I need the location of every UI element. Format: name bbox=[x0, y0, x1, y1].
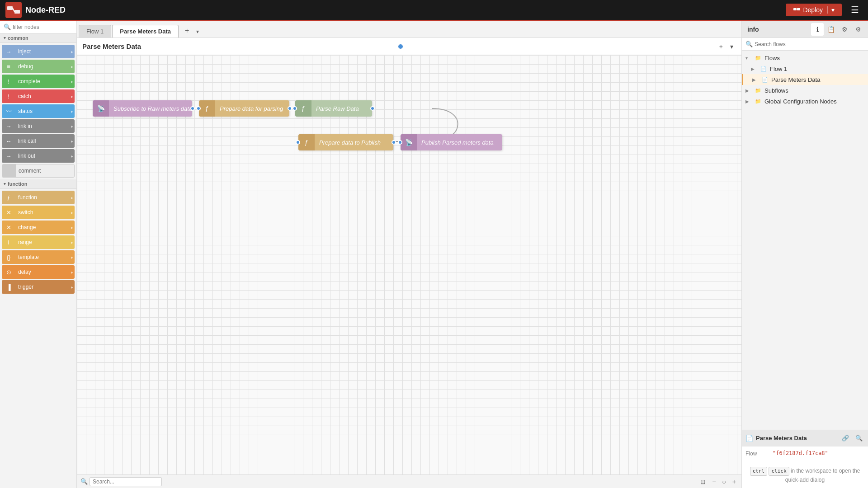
category-common[interactable]: ▾ common bbox=[0, 33, 76, 43]
fit-view-button[interactable]: ⊡ bbox=[698, 477, 708, 486]
deploy-chevron[interactable]: ▾ bbox=[827, 6, 835, 14]
subscribe-port-out[interactable] bbox=[190, 106, 195, 111]
deploy-button[interactable]: Deploy ▾ bbox=[786, 4, 842, 16]
parse-meters-caret-icon: ▶ bbox=[752, 77, 759, 82]
tab-info-icon[interactable]: ℹ bbox=[811, 23, 824, 36]
caret-function-icon: ▾ bbox=[4, 182, 6, 186]
node-function[interactable]: ƒ function ▸ bbox=[2, 191, 75, 204]
menu-button[interactable]: ☰ bbox=[847, 3, 863, 17]
node-change[interactable]: ✕ change ▸ bbox=[2, 221, 75, 234]
publish-port-in[interactable] bbox=[398, 140, 402, 145]
node-prepare1[interactable]: ƒ Prepare data for parsing bbox=[199, 100, 289, 117]
zoom-reset-button[interactable]: ○ bbox=[720, 477, 727, 486]
parse-raw-port-in[interactable] bbox=[292, 106, 297, 111]
tree-global-config[interactable]: ▶ 📁 Global Configuration Nodes bbox=[742, 96, 868, 107]
hint-ctrl: ctrl bbox=[750, 467, 768, 476]
common-nodes-list: → inject ▸ ≡ debug ▸ ! complete ▸ ! catc… bbox=[0, 43, 76, 179]
svg-rect-4 bbox=[793, 8, 797, 10]
hint-click: click bbox=[769, 467, 789, 476]
info-panel-search-button[interactable]: 🔍 bbox=[854, 434, 864, 442]
prepare1-port-out[interactable] bbox=[288, 106, 292, 111]
global-config-icon: 📁 bbox=[754, 98, 763, 105]
prepare1-icon: ƒ bbox=[199, 100, 215, 117]
node-prepare2[interactable]: ƒ Prepare data to Publish bbox=[298, 134, 393, 150]
tree-subflows[interactable]: ▶ 📁 Subflows bbox=[742, 85, 868, 96]
canvas-header: Parse Meters Data + ▾ bbox=[77, 38, 741, 55]
node-status[interactable]: 〰 status ▸ bbox=[2, 104, 75, 118]
delay-port: ▸ bbox=[69, 265, 75, 279]
parse-raw-port-out[interactable] bbox=[370, 106, 375, 111]
delay-icon: ⊙ bbox=[2, 265, 15, 279]
info-panel-flow-icon: 📄 bbox=[745, 435, 753, 442]
node-complete[interactable]: ! complete ▸ bbox=[2, 75, 75, 88]
function-icon: ƒ bbox=[2, 191, 15, 204]
node-linkout[interactable]: → link out ▸ bbox=[2, 149, 75, 163]
linkout-label: link out bbox=[15, 153, 69, 159]
filter-nodes-input[interactable] bbox=[13, 24, 77, 30]
node-subscribe[interactable]: 📡 Subscribe to Raw meters data bbox=[93, 100, 192, 117]
range-label: range bbox=[15, 239, 69, 245]
range-port: ▸ bbox=[69, 235, 75, 249]
status-port: ▸ bbox=[69, 104, 75, 118]
template-icon: {} bbox=[2, 250, 15, 264]
prepare2-port-in[interactable] bbox=[296, 140, 300, 145]
change-label: change bbox=[15, 224, 69, 230]
publish-label: Publish Parsed meters data bbox=[417, 139, 498, 146]
tab-settings-icon[interactable]: ⚙ bbox=[838, 23, 851, 36]
category-function[interactable]: ▾ function bbox=[0, 179, 76, 189]
node-linkcall[interactable]: ↔ link call ▸ bbox=[2, 134, 75, 148]
node-parse-raw[interactable]: ƒ Parse Raw Data bbox=[295, 100, 372, 117]
node-range[interactable]: i range ▸ bbox=[2, 235, 75, 249]
zoom-out-button[interactable]: − bbox=[710, 477, 717, 486]
linkcall-label: link call bbox=[15, 138, 69, 144]
tree-flow1[interactable]: ▶ 📄 Flow 1 bbox=[742, 63, 868, 74]
add-tab-button[interactable]: + bbox=[181, 25, 193, 37]
linkcall-port: ▸ bbox=[69, 134, 75, 148]
tree-flows-root[interactable]: ▾ 📁 Flows bbox=[742, 52, 868, 63]
flow-area: Flow 1 Parse Meters Data + ▾ Parse Meter… bbox=[77, 21, 741, 488]
switch-icon: ✕ bbox=[2, 206, 15, 219]
node-inject[interactable]: → inject ▸ bbox=[2, 45, 75, 58]
deploy-label: Deploy bbox=[803, 6, 823, 14]
linkin-label: link in bbox=[15, 123, 69, 129]
flow1-caret-icon: ▶ bbox=[751, 66, 757, 71]
canvas-options-button[interactable]: ▾ bbox=[727, 41, 736, 52]
prepare1-port-in[interactable] bbox=[196, 106, 201, 111]
node-catch[interactable]: ! catch ▸ bbox=[2, 89, 75, 103]
topbar: Node-RED Deploy ▾ ☰ bbox=[0, 0, 868, 21]
add-node-button[interactable]: + bbox=[717, 41, 726, 52]
flow-canvas[interactable]: 📡 Subscribe to Raw meters data ƒ Prepare… bbox=[77, 55, 741, 474]
zoom-in-button[interactable]: + bbox=[731, 477, 738, 486]
flow1-icon: 📄 bbox=[759, 65, 768, 72]
info-panel-title: Parse Meters Data bbox=[756, 435, 837, 441]
delay-label: delay bbox=[15, 269, 69, 275]
info-panel: 📄 Parse Meters Data 🔗 🔍 Flow "f6f2187d.f… bbox=[742, 430, 868, 488]
canvas-bottombar: 🔍 ⊡ − ○ + bbox=[77, 474, 741, 488]
node-linkin[interactable]: → link in ▸ bbox=[2, 119, 75, 133]
tab-config-icon[interactable]: ⚙ bbox=[852, 23, 864, 36]
tab-chevron-button[interactable]: ▾ bbox=[193, 27, 202, 37]
tab-flow1[interactable]: Flow 1 bbox=[79, 25, 111, 38]
canvas-search-input[interactable] bbox=[90, 477, 162, 486]
right-sidebar: info ℹ 📋 ⚙ ⚙ 🔍 ▾ 📁 Flows ▶ 📄 Flow 1 ▶ bbox=[741, 21, 868, 488]
info-panel-link-button[interactable]: 🔗 bbox=[840, 434, 851, 442]
prepare2-icon: ƒ bbox=[298, 134, 315, 150]
right-sidebar-tabs: info ℹ 📋 ⚙ ⚙ bbox=[742, 21, 868, 38]
node-trigger[interactable]: ▐ trigger ▸ bbox=[2, 280, 75, 294]
search-flows-input[interactable] bbox=[755, 41, 864, 47]
node-delay[interactable]: ⊙ delay ▸ bbox=[2, 265, 75, 279]
subflows-label: Subflows bbox=[764, 87, 864, 94]
node-template[interactable]: {} template ▸ bbox=[2, 250, 75, 264]
node-switch[interactable]: ✕ switch ▸ bbox=[2, 206, 75, 219]
prepare2-port-out[interactable] bbox=[392, 140, 396, 145]
node-comment[interactable]: comment bbox=[2, 164, 75, 178]
tab-parse-meters[interactable]: Parse Meters Data bbox=[112, 25, 179, 38]
filter-nodes-bar[interactable]: 🔍 bbox=[0, 21, 76, 33]
tabs-bar: Flow 1 Parse Meters Data + ▾ bbox=[77, 21, 741, 38]
debug-port: ▸ bbox=[69, 60, 75, 73]
flows-search-bar[interactable]: 🔍 bbox=[742, 38, 868, 51]
node-publish[interactable]: 📡 Publish Parsed meters data bbox=[401, 134, 502, 150]
tab-clipboard-icon[interactable]: 📋 bbox=[825, 23, 837, 36]
node-debug[interactable]: ≡ debug ▸ bbox=[2, 60, 75, 73]
tree-parse-meters[interactable]: ▶ 📄 Parse Meters Data bbox=[742, 74, 868, 85]
